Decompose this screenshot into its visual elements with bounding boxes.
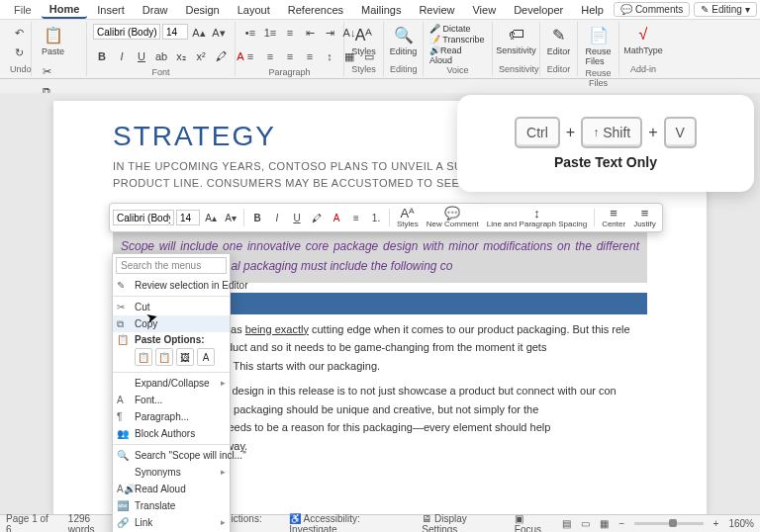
mt-bold-icon[interactable]: B xyxy=(248,209,266,226)
mathtype-button[interactable]: √MathType xyxy=(625,24,661,57)
ctx-review-editor[interactable]: ✎Review selection in Editor xyxy=(113,277,230,294)
zoom-out-icon[interactable]: − xyxy=(618,518,624,529)
tab-review[interactable]: Review xyxy=(411,2,462,18)
bullets-icon[interactable]: •≡ xyxy=(241,24,259,42)
paste-button[interactable]: 📋Paste xyxy=(38,24,68,58)
group-font-label: Font xyxy=(93,67,229,77)
mt-highlight-icon[interactable]: 🖍 xyxy=(308,209,326,226)
paste-merge-icon[interactable]: 📋 xyxy=(155,348,173,366)
shrink-font-icon[interactable]: A▾ xyxy=(210,24,228,42)
editing-button[interactable]: 🔍Editing xyxy=(390,24,417,58)
ctx-copy[interactable]: ⧉Copy xyxy=(113,315,230,332)
mt-font-name[interactable] xyxy=(113,210,174,225)
mt-shrink-font-icon[interactable]: A▾ xyxy=(222,209,239,226)
italic-icon[interactable]: I xyxy=(113,47,131,65)
bold-icon[interactable]: B xyxy=(93,47,111,65)
ctx-paragraph[interactable]: ¶Paragraph... xyxy=(113,408,230,425)
key-ctrl: Ctrl xyxy=(515,117,560,148)
cut-icon[interactable]: ✂ xyxy=(38,62,55,80)
underline-icon[interactable]: U xyxy=(133,47,150,65)
status-focus[interactable]: ▣ Focus xyxy=(515,513,553,533)
mt-font-color-icon[interactable]: A xyxy=(328,209,345,226)
ctx-font[interactable]: AFont... xyxy=(113,392,230,408)
mt-underline-icon[interactable]: U xyxy=(288,209,306,226)
status-page[interactable]: Page 1 of 6 xyxy=(6,513,56,533)
editor-button[interactable]: ✎Editor xyxy=(546,24,571,58)
mt-grow-font-icon[interactable]: A▴ xyxy=(202,209,220,226)
view-read-icon[interactable]: ▭ xyxy=(581,518,590,529)
tab-home[interactable]: Home xyxy=(42,1,88,19)
editing-label: Editing xyxy=(712,4,742,15)
reuse-files-button[interactable]: 📄Reuse Files xyxy=(584,24,613,68)
transcribe-button[interactable]: 📝 Transcribe xyxy=(429,35,485,44)
editor-icon: ✎ xyxy=(552,26,565,44)
tab-help[interactable]: Help xyxy=(573,2,612,18)
ctx-synonyms[interactable]: Synonyms▸ xyxy=(113,464,230,481)
tab-file[interactable]: File xyxy=(6,2,40,18)
numbering-icon[interactable]: 1≡ xyxy=(261,24,279,42)
ctx-search-input[interactable]: Search the menus xyxy=(116,257,227,274)
tab-insert[interactable]: Insert xyxy=(89,2,133,18)
ctx-search-selection[interactable]: 🔍Search "Scope will incl..." xyxy=(113,447,230,464)
mt-numbering-icon[interactable]: 1. xyxy=(367,209,385,226)
view-web-icon[interactable]: ▦ xyxy=(600,518,609,529)
mt-line-spacing-button[interactable]: ↕Line and Paragraph Spacing xyxy=(484,207,590,228)
read-aloud-button[interactable]: 🔊Read Aloud xyxy=(429,45,486,65)
strike-icon[interactable]: ab xyxy=(152,47,170,65)
zoom-in-icon[interactable]: + xyxy=(713,518,719,529)
group-addin-label: Add-in xyxy=(625,64,661,74)
redo-icon[interactable]: ↻ xyxy=(10,44,28,61)
undo-icon[interactable]: ↶ xyxy=(10,24,28,42)
multilevel-icon[interactable]: ≡ xyxy=(281,24,299,42)
ctx-link[interactable]: 🔗Link▸ xyxy=(113,514,230,531)
sensitivity-button[interactable]: 🏷Sensitivity xyxy=(499,24,533,57)
indent-dec-icon[interactable]: ⇤ xyxy=(301,24,319,42)
paste-keep-source-icon[interactable]: 📋 xyxy=(135,348,152,366)
align-left-icon[interactable]: ≡ xyxy=(241,47,259,65)
highlight-icon[interactable]: 🖍 xyxy=(212,47,230,65)
status-display-settings[interactable]: 🖥 Display Settings xyxy=(422,513,505,533)
tab-draw[interactable]: Draw xyxy=(135,2,176,18)
tab-layout[interactable]: Layout xyxy=(230,2,278,18)
zoom-slider[interactable] xyxy=(634,522,703,525)
grow-font-icon[interactable]: A▴ xyxy=(190,24,208,42)
justify-icon[interactable]: ≡ xyxy=(301,47,319,65)
mt-center-button[interactable]: ≡Center xyxy=(599,207,628,228)
mt-new-comment-button[interactable]: 💬New Comment xyxy=(424,207,482,228)
align-center-icon[interactable]: ≡ xyxy=(261,47,279,65)
shortcut-callout: Ctrl + ↑Shift + V Paste Text Only xyxy=(457,95,754,192)
editing-mode-button[interactable]: ✎ Editing ▾ xyxy=(694,2,757,17)
dictate-button[interactable]: 🎤 Dictate xyxy=(429,24,471,34)
paste-text-only-icon[interactable]: A xyxy=(197,348,215,366)
view-print-icon[interactable]: ▤ xyxy=(562,518,571,529)
mt-justify-button[interactable]: ≡Justify xyxy=(630,207,659,228)
zoom-level[interactable]: 160% xyxy=(728,518,754,529)
indent-inc-icon[interactable]: ⇥ xyxy=(321,24,338,42)
paste-picture-icon[interactable]: 🖼 xyxy=(176,348,194,366)
font-name-select[interactable] xyxy=(93,24,160,40)
mt-bullets-icon[interactable]: ≡ xyxy=(347,209,365,226)
subscript-icon[interactable]: x₂ xyxy=(172,47,190,65)
align-right-icon[interactable]: ≡ xyxy=(281,47,299,65)
tab-view[interactable]: View xyxy=(464,2,504,18)
mt-comment-icon: 💬 xyxy=(444,207,460,220)
comments-button[interactable]: 💬 Comments xyxy=(614,2,690,17)
ctx-block-authors[interactable]: 👥Block Authors xyxy=(113,425,230,442)
ctx-cut[interactable]: ✂Cut xyxy=(113,299,230,315)
status-accessibility[interactable]: ♿ Accessibility: Investigate xyxy=(289,513,410,533)
styles-button[interactable]: AᴬStyles xyxy=(350,24,377,58)
mt-font-size[interactable] xyxy=(176,210,200,225)
tab-design[interactable]: Design xyxy=(177,2,227,18)
ctx-read-aloud[interactable]: A🔊Read Aloud xyxy=(113,481,230,497)
ctx-translate[interactable]: 🔤Translate xyxy=(113,497,230,514)
tab-mailings[interactable]: Mailings xyxy=(353,2,409,18)
mt-italic-icon[interactable]: I xyxy=(268,209,286,226)
group-undo-label: Undo xyxy=(10,64,25,74)
superscript-icon[interactable]: x² xyxy=(192,47,210,65)
mt-styles-button[interactable]: AᴬStyles xyxy=(394,207,422,228)
tab-references[interactable]: References xyxy=(280,2,351,18)
font-size-select[interactable] xyxy=(162,24,188,40)
ctx-expand-collapse[interactable]: Expand/Collapse▸ xyxy=(113,375,230,392)
line-spacing-icon[interactable]: ↕ xyxy=(321,47,338,65)
tab-developer[interactable]: Developer xyxy=(506,2,571,18)
